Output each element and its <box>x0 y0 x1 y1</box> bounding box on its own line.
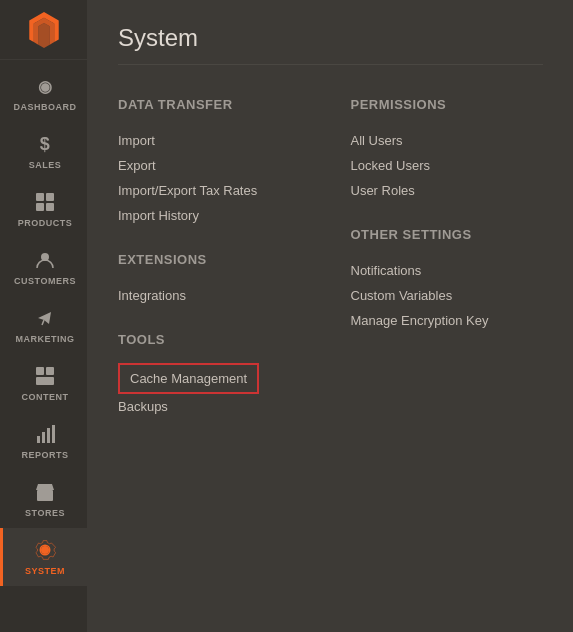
menu-item-import-history[interactable]: Import History <box>118 203 311 228</box>
sidebar-item-dashboard[interactable]: DASHBOARD <box>0 64 87 122</box>
sidebar-item-marketing[interactable]: MARKETING <box>0 296 87 354</box>
menu-item-cache-management[interactable]: Cache Management <box>118 363 259 394</box>
dashboard-icon <box>33 74 57 98</box>
marketing-icon <box>33 306 57 330</box>
page-title: System <box>118 24 543 65</box>
sidebar-item-label: REPORTS <box>21 450 68 460</box>
sidebar-item-label: CONTENT <box>22 392 69 402</box>
svg-rect-5 <box>36 367 44 375</box>
data-transfer-section: Data Transfer Import Export Import/Expor… <box>118 97 311 228</box>
other-settings-title: Other Settings <box>351 227 544 242</box>
sidebar-item-content[interactable]: CONTENT <box>0 354 87 412</box>
content-icon <box>33 364 57 388</box>
menu-item-backups[interactable]: Backups <box>118 394 311 419</box>
sidebar: DASHBOARD SALES PRODUCTS CUSTOMERS <box>0 0 88 632</box>
svg-rect-11 <box>52 425 55 443</box>
main-content: System Data Transfer Import Export Impor… <box>88 0 573 632</box>
svg-rect-0 <box>36 193 44 201</box>
svg-rect-10 <box>47 428 50 443</box>
svg-rect-7 <box>36 377 54 385</box>
content-grid: Data Transfer Import Export Import/Expor… <box>118 89 543 443</box>
menu-item-custom-variables[interactable]: Custom Variables <box>351 283 544 308</box>
stores-icon <box>33 480 57 504</box>
menu-item-import[interactable]: Import <box>118 128 311 153</box>
right-column: Permissions All Users Locked Users User … <box>351 89 544 443</box>
sidebar-item-label: SALES <box>29 160 62 170</box>
sidebar-logo <box>0 0 88 60</box>
sidebar-item-label: DASHBOARD <box>14 102 77 112</box>
sidebar-item-stores[interactable]: STORES <box>0 470 87 528</box>
other-settings-section: Other Settings Notifications Custom Vari… <box>351 227 544 333</box>
sidebar-item-label: CUSTOMERS <box>14 276 76 286</box>
svg-rect-13 <box>42 493 48 501</box>
menu-item-export[interactable]: Export <box>118 153 311 178</box>
svg-rect-1 <box>46 193 54 201</box>
sales-icon <box>33 132 57 156</box>
tools-title: Tools <box>118 332 311 347</box>
sidebar-item-label: SYSTEM <box>25 566 65 576</box>
menu-item-integrations[interactable]: Integrations <box>118 283 311 308</box>
products-icon <box>33 190 57 214</box>
svg-rect-2 <box>36 203 44 211</box>
data-transfer-title: Data Transfer <box>118 97 311 112</box>
permissions-title: Permissions <box>351 97 544 112</box>
reports-icon <box>33 422 57 446</box>
system-icon <box>33 538 57 562</box>
menu-item-manage-encryption-key[interactable]: Manage Encryption Key <box>351 308 544 333</box>
magento-logo-icon <box>26 12 62 48</box>
svg-rect-3 <box>46 203 54 211</box>
sidebar-item-reports[interactable]: REPORTS <box>0 412 87 470</box>
menu-item-locked-users[interactable]: Locked Users <box>351 153 544 178</box>
customers-icon <box>33 248 57 272</box>
extensions-title: Extensions <box>118 252 311 267</box>
menu-item-import-export-tax[interactable]: Import/Export Tax Rates <box>118 178 311 203</box>
sidebar-item-system[interactable]: SYSTEM <box>0 528 87 586</box>
extensions-section: Extensions Integrations <box>118 252 311 308</box>
sidebar-item-customers[interactable]: CUSTOMERS <box>0 238 87 296</box>
tools-section: Tools Cache Management Backups <box>118 332 311 419</box>
svg-rect-8 <box>37 436 40 443</box>
sidebar-item-label: MARKETING <box>16 334 75 344</box>
menu-item-all-users[interactable]: All Users <box>351 128 544 153</box>
sidebar-item-label: STORES <box>25 508 65 518</box>
sidebar-item-sales[interactable]: SALES <box>0 122 87 180</box>
sidebar-item-products[interactable]: PRODUCTS <box>0 180 87 238</box>
menu-item-notifications[interactable]: Notifications <box>351 258 544 283</box>
left-column: Data Transfer Import Export Import/Expor… <box>118 89 311 443</box>
svg-rect-9 <box>42 432 45 443</box>
svg-rect-6 <box>46 367 54 375</box>
sidebar-item-label: PRODUCTS <box>18 218 73 228</box>
permissions-section: Permissions All Users Locked Users User … <box>351 97 544 203</box>
menu-item-user-roles[interactable]: User Roles <box>351 178 544 203</box>
svg-point-14 <box>42 547 49 554</box>
